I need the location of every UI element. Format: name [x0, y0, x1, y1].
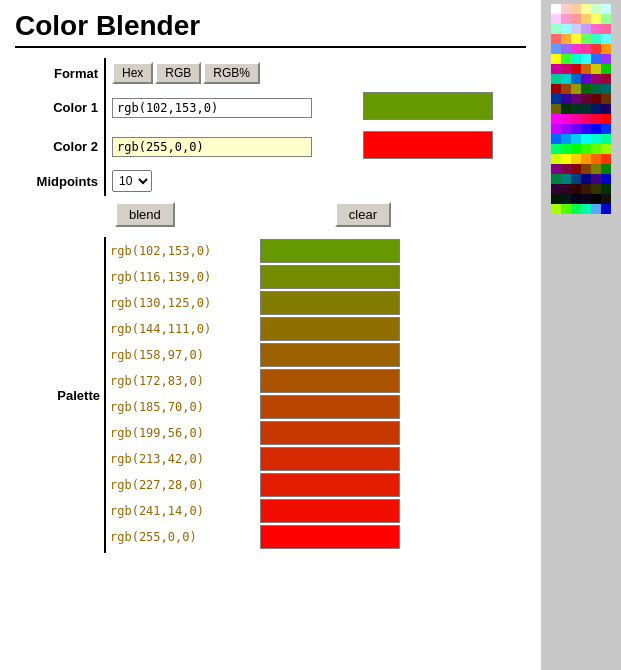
- color-cell[interactable]: [561, 84, 571, 94]
- color-cell[interactable]: [591, 144, 601, 154]
- color-cell[interactable]: [601, 134, 611, 144]
- color-cell[interactable]: [571, 44, 581, 54]
- color-cell[interactable]: [601, 84, 611, 94]
- palette-swatch[interactable]: [260, 395, 400, 419]
- color-cell[interactable]: [601, 124, 611, 134]
- color-cell[interactable]: [601, 104, 611, 114]
- color-cell[interactable]: [581, 14, 591, 24]
- color-cell[interactable]: [591, 174, 601, 184]
- color-cell[interactable]: [551, 134, 561, 144]
- color-cell[interactable]: [591, 184, 601, 194]
- color-cell[interactable]: [601, 74, 611, 84]
- color-cell[interactable]: [561, 14, 571, 24]
- color-cell[interactable]: [571, 184, 581, 194]
- color-cell[interactable]: [551, 44, 561, 54]
- color-cell[interactable]: [551, 124, 561, 134]
- color-cell[interactable]: [601, 114, 611, 124]
- color-cell[interactable]: [591, 4, 601, 14]
- color-cell[interactable]: [571, 14, 581, 24]
- color-cell[interactable]: [551, 164, 561, 174]
- color-cell[interactable]: [591, 54, 601, 64]
- color-cell[interactable]: [591, 114, 601, 124]
- color-cell[interactable]: [551, 54, 561, 64]
- color-cell[interactable]: [551, 114, 561, 124]
- color-cell[interactable]: [571, 194, 581, 204]
- color-cell[interactable]: [601, 4, 611, 14]
- format-rgbpct-button[interactable]: RGB%: [203, 62, 260, 84]
- clear-button[interactable]: clear: [335, 202, 391, 227]
- palette-swatch[interactable]: [260, 369, 400, 393]
- color-cell[interactable]: [581, 194, 591, 204]
- color-cell[interactable]: [591, 24, 601, 34]
- color-cell[interactable]: [581, 164, 591, 174]
- color-cell[interactable]: [591, 194, 601, 204]
- color-cell[interactable]: [601, 184, 611, 194]
- color-cell[interactable]: [581, 64, 591, 74]
- color-cell[interactable]: [571, 74, 581, 84]
- color-cell[interactable]: [591, 74, 601, 84]
- color-cell[interactable]: [571, 124, 581, 134]
- color-cell[interactable]: [551, 174, 561, 184]
- color-cell[interactable]: [551, 34, 561, 44]
- color-cell[interactable]: [551, 4, 561, 14]
- color-cell[interactable]: [601, 64, 611, 74]
- color-cell[interactable]: [581, 34, 591, 44]
- color-cell[interactable]: [591, 34, 601, 44]
- color-cell[interactable]: [571, 144, 581, 154]
- color-cell[interactable]: [561, 114, 571, 124]
- color-cell[interactable]: [581, 44, 591, 54]
- color-cell[interactable]: [561, 194, 571, 204]
- color-cell[interactable]: [551, 204, 561, 214]
- midpoints-select[interactable]: 1234 5678 9101112 13141516 17181920: [112, 170, 152, 192]
- palette-swatch[interactable]: [260, 473, 400, 497]
- color-cell[interactable]: [561, 134, 571, 144]
- color-cell[interactable]: [561, 44, 571, 54]
- color-cell[interactable]: [581, 174, 591, 184]
- color-cell[interactable]: [601, 14, 611, 24]
- color-cell[interactable]: [561, 104, 571, 114]
- color-cell[interactable]: [591, 64, 601, 74]
- color-cell[interactable]: [591, 44, 601, 54]
- color-cell[interactable]: [571, 154, 581, 164]
- color-cell[interactable]: [601, 194, 611, 204]
- color-cell[interactable]: [581, 154, 591, 164]
- color-cell[interactable]: [561, 34, 571, 44]
- color-cell[interactable]: [561, 174, 571, 184]
- color-cell[interactable]: [571, 94, 581, 104]
- color-cell[interactable]: [571, 54, 581, 64]
- palette-swatch[interactable]: [260, 265, 400, 289]
- format-hex-button[interactable]: Hex: [112, 62, 153, 84]
- color-cell[interactable]: [561, 64, 571, 74]
- color-cell[interactable]: [581, 124, 591, 134]
- color-cell[interactable]: [561, 74, 571, 84]
- color-cell[interactable]: [581, 74, 591, 84]
- color-cell[interactable]: [561, 154, 571, 164]
- color-cell[interactable]: [601, 144, 611, 154]
- color1-input[interactable]: [112, 98, 312, 118]
- color-cell[interactable]: [581, 104, 591, 114]
- color-cell[interactable]: [581, 114, 591, 124]
- color-cell[interactable]: [581, 54, 591, 64]
- color-cell[interactable]: [581, 4, 591, 14]
- color-cell[interactable]: [571, 84, 581, 94]
- format-rgb-button[interactable]: RGB: [155, 62, 201, 84]
- color-cell[interactable]: [551, 194, 561, 204]
- color-cell[interactable]: [551, 184, 561, 194]
- color-cell[interactable]: [571, 204, 581, 214]
- palette-swatch[interactable]: [260, 525, 400, 549]
- color-cell[interactable]: [561, 204, 571, 214]
- color-cell[interactable]: [551, 104, 561, 114]
- color-cell[interactable]: [561, 144, 571, 154]
- color-cell[interactable]: [591, 94, 601, 104]
- color-cell[interactable]: [601, 34, 611, 44]
- color-cell[interactable]: [561, 54, 571, 64]
- color-cell[interactable]: [601, 24, 611, 34]
- color-cell[interactable]: [581, 84, 591, 94]
- color-cell[interactable]: [571, 4, 581, 14]
- color-cell[interactable]: [571, 114, 581, 124]
- color-cell[interactable]: [601, 164, 611, 174]
- color-cell[interactable]: [561, 94, 571, 104]
- palette-swatch[interactable]: [260, 499, 400, 523]
- color-cell[interactable]: [581, 184, 591, 194]
- color-cell[interactable]: [571, 164, 581, 174]
